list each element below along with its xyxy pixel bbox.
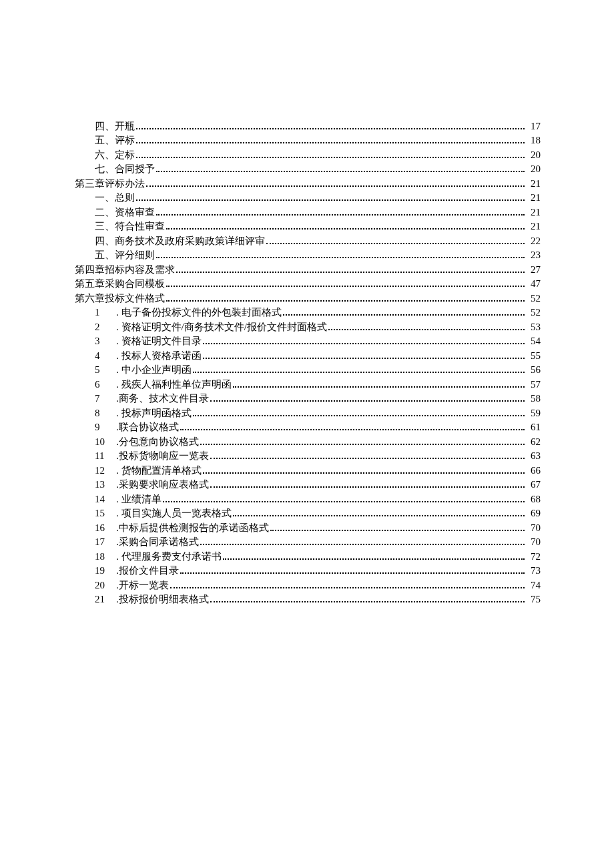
toc-entry: 4. 投标人资格承诺函55 [75,348,541,363]
toc-entry-page: 62 [526,435,541,449]
toc-entry-page: 69 [526,506,541,520]
toc-entry: 21.投标报价明细表格式75 [75,592,541,607]
toc-leader-dots [180,420,525,431]
toc-entry-page: 54 [526,334,541,348]
toc-leader-dots [210,478,525,488]
toc-leader-dots [146,176,525,187]
toc-leader-dots [136,119,525,129]
toc-entry-page: 74 [526,578,541,592]
toc-entry-page: 47 [526,277,541,291]
toc-leader-dots [283,306,525,316]
toc-entry: 六、定标20 [75,147,541,162]
toc-entry-page: 21 [526,191,541,205]
toc-entry-page: 70 [526,521,541,535]
toc-entry: 7.商务、技术文件目录 58 [75,392,541,406]
toc-entry: 第六章投标文件格式52 [75,291,541,306]
toc-leader-dots [176,262,525,273]
toc-leader-dots [166,220,525,230]
toc-entry-number: 19 [95,564,116,578]
toc-entry: 19.报价文件目录 73 [75,564,541,578]
toc-entry-label: .投标报价明细表格式 [116,592,209,606]
toc-entry-label: . 项目实施人员一览表格式 [116,506,232,520]
toc-entry-label: .分包意向协议格式 [116,435,199,449]
toc-entry-label: . 投标声明函格式 [116,406,192,420]
toc-entry-number: 9 [95,420,116,434]
toc-entry-label: . 资格证明文件目录 [116,334,202,348]
toc-entry-label: .投标货物响应一览表 [116,449,209,463]
toc-leader-dots [210,392,525,402]
toc-leader-dots [328,320,525,330]
toc-entry-label: 二、资格审查 [95,205,155,220]
toc-entry-label: .联合协议格式 [116,420,179,434]
toc-entry-number: 3 [95,334,116,348]
toc-entry-page: 55 [526,349,541,363]
toc-entry-page: 61 [526,420,541,434]
toc-entry-label: .开标一览表 [116,578,169,592]
toc-entry: 6. 残疾人福利性单位声明函57 [75,377,541,392]
toc-entry-page: 21 [526,177,541,191]
toc-entry-number: 4 [95,349,116,363]
toc-entry: 20.开标一览表 74 [75,578,541,592]
toc-leader-dots [210,449,525,460]
toc-entry-label: . 中小企业声明函 [116,363,192,377]
toc-entry-number: 21 [95,592,116,606]
toc-entry-label: 第四章招标内容及需求 [75,263,175,277]
toc-entry-page: 20 [526,148,541,162]
toc-entry-label: 六、定标 [95,148,135,162]
toc-entry-page: 68 [526,492,541,506]
toc-entry-number: 16 [95,521,116,535]
toc-entry-label: 三、符合性审查 [95,220,165,234]
toc-entry-label: . 业绩清单 [116,492,162,506]
toc-entry: 12. 货物配置清单格式66 [75,463,541,478]
toc-leader-dots [266,234,525,244]
toc-entry-label: 第三章评标办法 [75,177,145,191]
toc-leader-dots [233,377,525,388]
toc-entry-number: 18 [95,550,116,564]
toc-entry-label: .报价文件目录 [116,564,179,578]
toc-entry: 10.分包意向协议格式 62 [75,434,541,449]
toc-entry-label: . 电子备份投标文件的外包装封面格式 [116,306,282,320]
toc-entry-number: 11 [95,449,116,463]
toc-leader-dots [193,363,525,374]
toc-entry-number: 7 [95,392,116,406]
toc-leader-dots [200,434,525,445]
toc-entry: 3. 资格证明文件目录 54 [75,334,541,349]
toc-entry: 五、评分细则23 [75,248,541,263]
toc-entry-number: 6 [95,378,116,392]
toc-entry-page: 70 [526,535,541,549]
toc-entry-label: . 残疾人福利性单位声明函 [116,378,232,392]
toc-leader-dots [233,506,525,517]
toc-entry-number: 13 [95,478,116,492]
toc-entry-number: 14 [95,492,116,506]
toc-entry: 三、符合性审查21 [75,220,541,234]
toc-entry-page: 17 [526,119,541,133]
toc-entry: 16.中标后提供检测报告的承诺函格式 70 [75,520,541,535]
toc-entry: 5. 中小企业声明函56 [75,363,541,378]
toc-entry-label: 一、总则 [95,191,135,205]
toc-entry-number: 5 [95,363,116,377]
toc-entry-label: 第六章投标文件格式 [75,292,165,306]
toc-leader-dots [156,248,525,259]
toc-leader-dots [163,492,525,502]
toc-entry: 17.采购合同承诺格式70 [75,535,541,550]
toc-leader-dots [166,291,525,302]
toc-entry-page: 72 [526,550,541,564]
toc-leader-dots [166,277,525,288]
toc-entry-page: 53 [526,320,541,334]
toc-entry-page: 67 [526,478,541,492]
toc-entry: 七、合同授予20 [75,162,541,177]
toc-entry: 四、开瓶17 [75,119,541,133]
toc-entry: 9.联合协议格式 61 [75,420,541,435]
toc-entry-label: 第五章采购合同模板 [75,277,165,291]
table-of-contents: 四、开瓶17五、评标18六、定标20七、合同授予20第三章评标办法21一、总则2… [75,119,541,606]
toc-leader-dots [136,147,525,158]
toc-page: 四、开瓶17五、评标18六、定标20七、合同授予20第三章评标办法21一、总则2… [0,0,614,868]
toc-entry-label: 四、商务技术及政府采购政策详细评审 [95,234,265,248]
toc-entry-page: 66 [526,464,541,478]
toc-entry-page: 18 [526,133,541,147]
toc-leader-dots [136,133,525,144]
toc-entry-number: 15 [95,506,116,520]
toc-entry-page: 56 [526,363,541,377]
toc-entry-label: . 资格证明文件/商务技术文件/报价文件封面格式 [116,320,327,334]
toc-leader-dots [136,191,525,201]
